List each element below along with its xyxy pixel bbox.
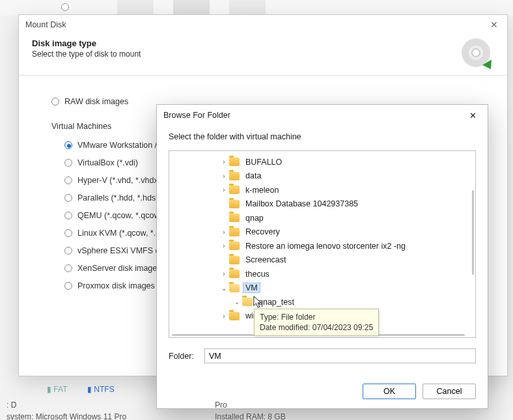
folder-icon [242, 298, 253, 306]
tree-node[interactable]: ›k-meleon [169, 183, 475, 197]
tree-node-label: thecus [243, 270, 271, 279]
vertical-scrollbar-thumb[interactable] [472, 190, 474, 275]
folder-tooltip: Type: File folder Date modified: 07/04/2… [254, 309, 379, 336]
bg-drive-letter: : D [7, 400, 16, 410]
folder-icon [229, 200, 240, 208]
tree-node[interactable]: ›BUFALLO [169, 155, 475, 169]
folder-icon [229, 172, 240, 180]
folder-icon [229, 186, 240, 194]
radio-icon [64, 264, 72, 272]
background-status-area: ▮ FAT ▮ NTFS : D system: Microsoft Windo… [4, 385, 509, 420]
chevron-right-icon[interactable]: › [220, 186, 228, 193]
radio-icon [64, 159, 72, 167]
folder-field-label: Folder: [169, 352, 194, 361]
tree-node[interactable]: ›thecus [169, 267, 475, 281]
tree-node-label: k-meleon [243, 186, 281, 195]
tooltip-type: Type: File folder [260, 312, 373, 322]
close-icon[interactable]: ✕ [488, 15, 501, 35]
folder-icon [229, 228, 240, 236]
chevron-right-icon[interactable]: › [220, 270, 228, 277]
radio-label: VirtualBox (*.vdi) [77, 158, 138, 167]
tree-node-label: qnap_test [256, 298, 296, 307]
tree-node[interactable]: ›qnap [169, 211, 475, 225]
chevron-right-icon[interactable]: › [220, 158, 228, 165]
tree-node-label: Screencast [243, 255, 288, 264]
chevron-right-icon[interactable]: › [220, 242, 228, 249]
tree-node[interactable]: ⌄qnap_test [169, 295, 475, 309]
bg-radio-dot [61, 3, 69, 11]
tree-node-label: VM [243, 283, 260, 292]
browse-folder-dialog: Browse For Folder ✕ Select the folder wi… [156, 104, 488, 409]
radio-icon [64, 176, 72, 184]
radio-label: Hyper-V (*.vhd, *.vhdx) [77, 176, 161, 185]
folder-input[interactable] [204, 348, 476, 363]
radio-icon [64, 229, 72, 237]
mount-disk-header: Disk image type Select the type of disk … [19, 35, 507, 76]
tree-node[interactable]: ›Restore an iomega lenovo storcenter ix2… [169, 239, 475, 253]
radio-label: Parallels (*.hdd, *.hds) [77, 193, 158, 203]
radio-label: Proxmox disk images [77, 281, 155, 290]
tree-node[interactable]: ›Mailbox Database 1042937385 [169, 197, 475, 212]
chevron-right-icon[interactable]: › [220, 173, 228, 180]
mount-disk-subheading: Select the type of disk to mount [32, 49, 141, 59]
tree-node[interactable]: ›data [169, 169, 475, 184]
chevron-right-icon[interactable]: › [220, 229, 228, 236]
tree-node[interactable]: ›Screencast [169, 253, 475, 268]
folder-icon [229, 242, 240, 250]
chevron-down-icon[interactable]: ⌄ [233, 298, 241, 305]
tree-node-label: BUFALLO [243, 158, 284, 167]
folder-icon [229, 270, 240, 278]
folder-icon [229, 256, 240, 264]
bg-ntfs-label: ▮ NTFS [87, 385, 115, 394]
bg-ram-line: Installed RAM: 8 GB [215, 412, 286, 420]
tree-node-label: Mailbox Database 1042937385 [243, 199, 360, 208]
chevron-down-icon[interactable]: ⌄ [220, 285, 228, 292]
radio-icon [64, 194, 72, 202]
tree-node[interactable]: ›Recovery [169, 225, 475, 240]
bg-os-line: system: Microsoft Windows 11 Pro [7, 412, 126, 420]
radio-icon [64, 212, 72, 219]
tree-node-label: qnap [243, 214, 266, 223]
browse-folder-titlebar[interactable]: Browse For Folder ✕ [157, 105, 488, 126]
browse-folder-title: Browse For Folder [163, 111, 230, 120]
tree-node[interactable]: ⌄VM [169, 281, 475, 296]
radio-label: RAW disk images [64, 97, 128, 106]
tree-node-label: Recovery [243, 227, 282, 236]
radio-icon [64, 141, 72, 149]
mount-disk-title: Mount Disk [25, 15, 66, 35]
radio-icon [51, 98, 59, 105]
bg-fat-label: ▮ FAT [47, 385, 67, 394]
tree-node-label: Restore an iomega lenovo storcenter ix2 … [243, 242, 408, 251]
background-disk-icons [117, 0, 266, 16]
mount-disk-heading: Disk image type [32, 38, 141, 48]
mount-disk-titlebar[interactable]: Mount Disk ✕ [19, 15, 507, 35]
folder-icon [229, 158, 240, 166]
folder-icon [229, 214, 240, 222]
close-icon[interactable]: ✕ [464, 108, 481, 122]
chevron-right-icon[interactable]: › [220, 313, 228, 320]
folder-icon [229, 284, 240, 292]
tree-node-label: data [243, 171, 263, 180]
browse-folder-instruction: Select the folder with virtual machine [157, 126, 488, 150]
radio-icon [64, 282, 72, 290]
bg-processors: Pro [215, 400, 227, 410]
folder-icon [229, 312, 240, 320]
tooltip-modified: Date modified: 07/04/2023 09:25 [260, 322, 373, 333]
radio-label: XenServer disk images [77, 264, 161, 273]
radio-icon [64, 247, 72, 255]
disc-mount-icon [462, 38, 490, 67]
